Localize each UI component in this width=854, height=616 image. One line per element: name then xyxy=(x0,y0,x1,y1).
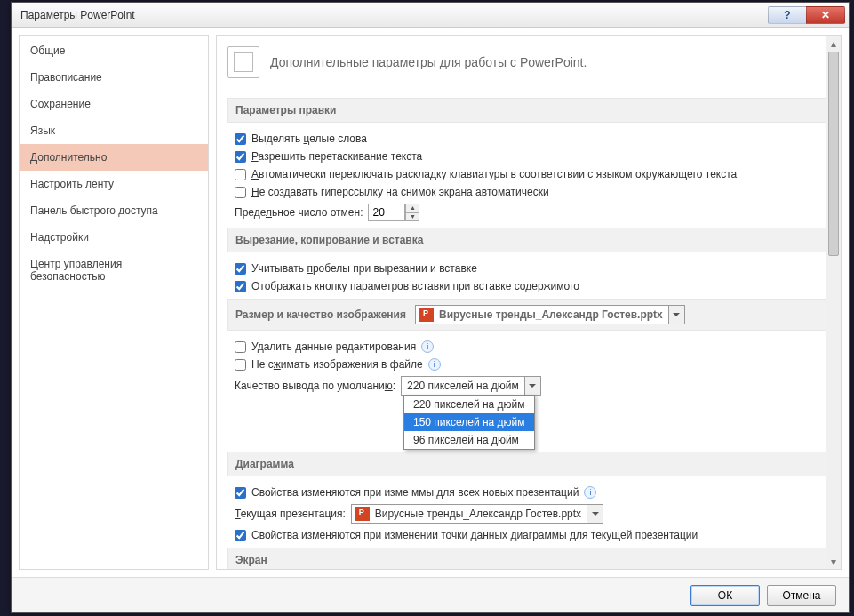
dialog-footer: ОК Отмена xyxy=(12,577,849,612)
combo-current-presentation[interactable]: Вирусные тренды_Александр Гостев.pptx xyxy=(351,504,603,524)
label-chart-props-current: Свойства изменяются при изменении точки … xyxy=(251,529,698,541)
section-image: Размер и качество изображения Вирусные т… xyxy=(227,299,835,331)
checkbox-drag-drop[interactable] xyxy=(235,151,246,163)
section-image-title: Размер и качество изображения xyxy=(235,308,406,321)
checkbox-chart-props-current[interactable] xyxy=(235,530,246,541)
chevron-down-icon[interactable] xyxy=(668,306,684,324)
checkbox-chart-props-all[interactable] xyxy=(235,487,246,499)
page-icon xyxy=(227,46,259,78)
input-undo-limit[interactable] xyxy=(368,204,405,221)
checkbox-discard-edit[interactable] xyxy=(235,341,246,353)
dropdown-quality-options[interactable]: 220 пикселей на дюйм 150 пикселей на дюй… xyxy=(403,395,535,450)
sidebar-item-save[interactable]: Сохранение xyxy=(20,91,208,117)
combo-current-presentation-text: Вирусные тренды_Александр Гостев.pptx xyxy=(373,508,587,520)
page-subtitle: Дополнительные параметры для работы с Po… xyxy=(270,55,587,69)
spinner-undo-limit[interactable]: ▲▼ xyxy=(368,204,419,221)
info-icon[interactable]: i xyxy=(584,486,596,499)
checkbox-no-compress[interactable] xyxy=(235,359,246,371)
combo-image-file[interactable]: Вирусные тренды_Александр Гостев.pptx xyxy=(415,305,685,324)
row-paste-options: Отображать кнопку параметров вставки при… xyxy=(227,277,835,295)
sidebar-item-proofing[interactable]: Правописание xyxy=(20,64,208,91)
sidebar-item-trust-center[interactable]: Центр управления безопасностью xyxy=(20,251,208,290)
row-auto-keyboard: Автоматически переключать раскладку клав… xyxy=(227,165,835,183)
sidebar-item-customize-ribbon[interactable]: Настроить ленту xyxy=(20,171,208,197)
main-panel: Дополнительные параметры для работы с Po… xyxy=(216,35,842,570)
label-no-hyperlink: Не создавать гиперссылку на снимок экран… xyxy=(251,186,549,198)
sidebar-item-quick-access[interactable]: Панель быстрого доступа xyxy=(20,197,208,224)
powerpoint-icon xyxy=(355,507,370,521)
label-chart-props-all: Свойства изменяются при изме ммы для все… xyxy=(251,486,579,499)
row-default-quality: Качество вывода по умолчанию: 220 пиксел… xyxy=(227,373,835,398)
scrollbar-thumb[interactable] xyxy=(828,52,839,256)
close-button[interactable]: ✕ xyxy=(806,6,845,24)
category-sidebar: Общие Правописание Сохранение Язык Допол… xyxy=(19,35,209,570)
spinner-up-icon[interactable]: ▲ xyxy=(405,204,419,212)
cancel-button[interactable]: Отмена xyxy=(767,585,836,606)
section-editing: Параметры правки xyxy=(227,98,835,123)
page-header: Дополнительные параметры для работы с Po… xyxy=(227,36,835,94)
row-no-hyperlink: Не создавать гиперссылку на снимок экран… xyxy=(227,183,835,201)
combo-image-file-text: Вирусные тренды_Александр Гостев.pptx xyxy=(437,308,668,321)
row-chart-props-all: Свойства изменяются при изме ммы для все… xyxy=(227,484,835,501)
label-default-quality: Качество вывода по умолчанию: xyxy=(235,380,395,392)
chevron-down-icon[interactable] xyxy=(587,505,603,523)
vertical-scrollbar[interactable]: ▴ ▾ xyxy=(826,36,841,569)
row-undo-limit: Предельное число отмен: ▲▼ xyxy=(227,201,835,224)
options-dialog: Параметры PowerPoint ? ✕ Общие Правописа… xyxy=(11,2,850,613)
checkbox-no-hyperlink[interactable] xyxy=(235,187,246,198)
section-chart: Диаграмма xyxy=(227,452,835,476)
row-select-whole-words: Выделять целые слова xyxy=(227,130,835,148)
label-smart-cut: Учитывать пробелы при вырезании и вставк… xyxy=(251,262,477,275)
titlebar: Параметры PowerPoint ? ✕ xyxy=(12,3,849,28)
label-undo-limit: Предельное число отмен: xyxy=(235,206,363,219)
label-paste-options: Отображать кнопку параметров вставки при… xyxy=(251,280,579,292)
checkbox-smart-cut[interactable] xyxy=(235,263,246,275)
combo-default-quality[interactable]: 220 пикселей на дюйм xyxy=(401,376,541,396)
spinner-down-icon[interactable]: ▼ xyxy=(405,212,419,221)
sidebar-item-advanced[interactable]: Дополнительно xyxy=(20,144,208,171)
window-title: Параметры PowerPoint xyxy=(20,9,769,21)
combo-default-quality-text: 220 пикселей на дюйм xyxy=(402,380,524,392)
row-chart-props-current: Свойства изменяются при изменении точки … xyxy=(227,526,835,544)
row-current-presentation: Текущая презентация: Вирусные тренды_Але… xyxy=(227,501,835,526)
row-discard-edit: Удалить данные редактирования i xyxy=(227,338,835,356)
scroll-down-icon[interactable]: ▾ xyxy=(826,554,841,569)
dropdown-option[interactable]: 220 пикселей на дюйм xyxy=(404,396,534,413)
main-scroll[interactable]: Дополнительные параметры для работы с Po… xyxy=(217,36,841,569)
sidebar-item-language[interactable]: Язык xyxy=(20,117,208,144)
checkbox-paste-options[interactable] xyxy=(235,281,246,292)
label-no-compress: Не сжимать изображения в файле xyxy=(251,358,423,371)
checkbox-select-whole-words[interactable] xyxy=(235,133,246,145)
scroll-up-icon[interactable]: ▴ xyxy=(826,36,841,51)
label-auto-keyboard: Автоматически переключать раскладку клав… xyxy=(251,168,737,180)
dialog-body: Общие Правописание Сохранение Язык Допол… xyxy=(12,28,849,577)
section-clipboard: Вырезание, копирование и вставка xyxy=(227,228,835,252)
chevron-down-icon[interactable] xyxy=(524,377,540,395)
row-no-compress: Не сжимать изображения в файле i xyxy=(227,356,835,373)
info-icon[interactable]: i xyxy=(428,358,441,371)
sidebar-item-addins[interactable]: Надстройки xyxy=(20,224,208,251)
ok-button[interactable]: ОК xyxy=(690,585,760,606)
row-smart-cut: Учитывать пробелы при вырезании и вставк… xyxy=(227,260,835,277)
dropdown-option[interactable]: 96 пикселей на дюйм xyxy=(404,431,534,449)
dropdown-option[interactable]: 150 пикселей на дюйм xyxy=(404,413,534,431)
label-drag-drop: Разрешить перетаскивание текста xyxy=(251,150,422,163)
label-select-whole-words: Выделять целые слова xyxy=(251,132,367,145)
label-current-presentation: Текущая презентация: xyxy=(235,508,346,520)
section-screen: Экран xyxy=(227,548,835,569)
label-discard-edit: Удалить данные редактирования xyxy=(251,340,416,353)
powerpoint-icon xyxy=(419,308,434,322)
sidebar-item-general[interactable]: Общие xyxy=(20,37,208,64)
help-button[interactable]: ? xyxy=(768,6,807,24)
checkbox-auto-keyboard[interactable] xyxy=(235,169,246,180)
info-icon[interactable]: i xyxy=(421,340,434,353)
row-drag-drop: Разрешить перетаскивание текста xyxy=(227,148,835,165)
